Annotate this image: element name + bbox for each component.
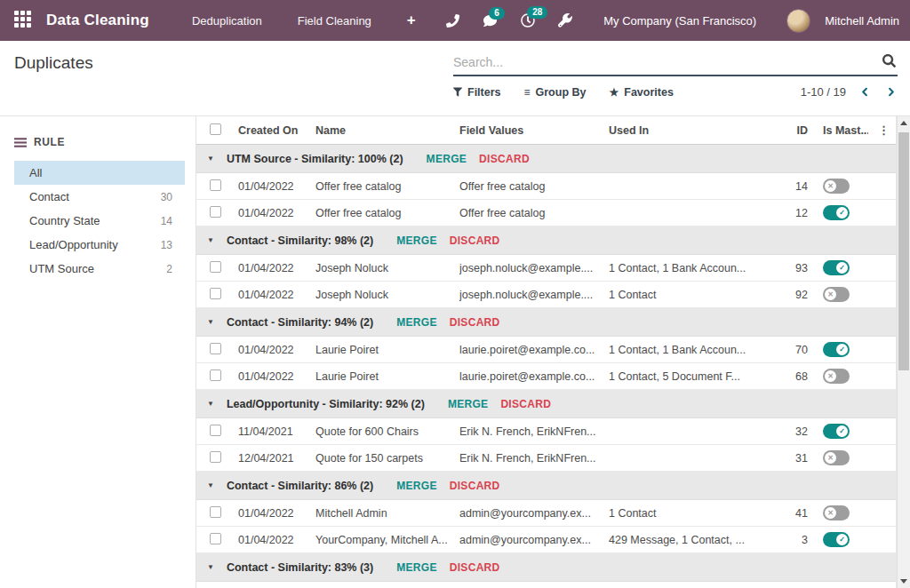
table-row[interactable]: 01/04/2022 Joseph Noluck joseph.noluck@e… (196, 255, 896, 282)
user-menu[interactable]: Mitchell Admin (825, 14, 899, 28)
pager-next-icon[interactable] (884, 84, 898, 99)
table-row[interactable]: 01/04/2022 Joseph Noluck joseph.noluck@e… (196, 282, 896, 308)
row-checkbox[interactable] (210, 425, 221, 436)
merge-button[interactable]: MERGE (396, 561, 437, 574)
discard-button[interactable]: DISCARD (500, 398, 551, 410)
row-checkbox[interactable] (210, 179, 221, 191)
user-avatar[interactable] (786, 9, 810, 33)
app-title[interactable]: Data Cleaning (46, 12, 149, 29)
filters-button[interactable]: Filters (453, 86, 501, 99)
group-header[interactable]: ▼Contact - Similarity: 86% (2)MERGEDISCA… (196, 472, 896, 500)
group-by-button[interactable]: ≡ Group By (524, 86, 587, 99)
header-created-on[interactable]: Created On (238, 124, 315, 137)
group-header[interactable]: ▼UTM Source - Similarity: 100% (2)MERGED… (196, 145, 896, 173)
merge-button[interactable]: MERGE (448, 398, 489, 410)
phone-icon[interactable] (438, 9, 467, 33)
table-row[interactable]: 01/04/2022 Laurie Poiret laurie.poiret@e… (196, 363, 896, 390)
table-row[interactable]: 01/04/2022 YourCompany, Mitchell A... ad… (196, 527, 896, 553)
row-checkbox[interactable] (210, 506, 221, 518)
cell-id: 93 (774, 262, 811, 274)
merge-button[interactable]: MERGE (396, 234, 437, 247)
table-row[interactable]: 11/04/2021 Quote for 600 Chairs Erik N. … (196, 418, 896, 445)
table-row[interactable]: 01/04/2022 Mitchell Admin admin@yourcomp… (196, 500, 896, 527)
caret-down-icon[interactable]: ▼ (207, 563, 214, 571)
group-header[interactable]: ▼Lead/Opportunity - Similarity: 92% (2)M… (196, 390, 896, 418)
group-label[interactable]: Lead/Opportunity - Similarity: 92% (2) (227, 398, 425, 410)
is-master-toggle[interactable]: ✕✓ (823, 287, 850, 302)
caret-down-icon[interactable]: ▼ (207, 155, 214, 163)
header-is-master[interactable]: Is Mast... (811, 124, 868, 137)
discard-button[interactable]: DISCARD (450, 316, 500, 329)
is-master-toggle[interactable]: ✕✓ (823, 369, 850, 384)
search-icon[interactable] (875, 52, 898, 73)
scrollbar-thumb[interactable] (898, 132, 909, 370)
sidebar-item-contact[interactable]: Contact 30 (14, 185, 185, 209)
activities-clock-icon[interactable]: 28 (513, 8, 543, 33)
sidebar-item-country-state[interactable]: Country State 14 (14, 209, 185, 233)
is-master-toggle[interactable]: ✕✓ (823, 205, 850, 220)
group-header[interactable]: ▼Contact - Similarity: 98% (2)MERGEDISCA… (196, 226, 896, 255)
row-checkbox[interactable] (210, 261, 221, 273)
favorites-button[interactable]: ★ Favorites (609, 86, 673, 99)
table-row[interactable]: 12/04/2021 Quote for 150 carpets Erik N.… (196, 445, 896, 472)
row-checkbox[interactable] (210, 451, 221, 463)
header-used-in[interactable]: Used In (609, 124, 774, 137)
sidebar-item-count: 2 (166, 263, 172, 275)
is-master-toggle[interactable]: ✕✓ (823, 450, 850, 465)
group-label[interactable]: Contact - Similarity: 83% (3) (227, 561, 373, 574)
caret-down-icon[interactable]: ▼ (207, 236, 214, 244)
group-label[interactable]: UTM Source - Similarity: 100% (2) (227, 153, 403, 165)
group-header[interactable]: ▼Contact - Similarity: 83% (3)MERGEDISCA… (196, 553, 896, 582)
header-field-values[interactable]: Field Values (459, 124, 609, 137)
optional-columns-icon[interactable]: ⋮ (878, 123, 890, 137)
table-row[interactable]: 01/04/2022 Offer free catalog Offer free… (196, 173, 896, 200)
group-header[interactable]: ▼Contact - Similarity: 94% (2)MERGEDISCA… (196, 308, 896, 337)
header-id[interactable]: ID (774, 124, 811, 137)
is-master-toggle[interactable]: ✕✓ (823, 424, 850, 439)
sidebar-item-all[interactable]: All (14, 161, 185, 185)
pager-previous-icon[interactable] (858, 84, 872, 99)
caret-down-icon[interactable]: ▼ (207, 481, 214, 489)
is-master-toggle[interactable]: ✕✓ (823, 179, 850, 194)
is-master-toggle[interactable]: ✕✓ (823, 342, 850, 357)
caret-down-icon[interactable]: ▼ (207, 318, 214, 326)
apps-menu-icon[interactable] (14, 11, 34, 30)
row-checkbox[interactable] (210, 206, 221, 218)
sidebar-item-utm-source[interactable]: UTM Source 2 (14, 257, 185, 281)
group-label[interactable]: Contact - Similarity: 86% (2) (227, 480, 373, 492)
is-master-toggle[interactable]: ✕✓ (823, 260, 850, 275)
merge-button[interactable]: MERGE (396, 316, 437, 329)
discard-button[interactable]: DISCARD (479, 153, 530, 165)
discard-button[interactable]: DISCARD (450, 234, 500, 247)
merge-button[interactable]: MERGE (396, 480, 437, 492)
row-checkbox[interactable] (210, 533, 221, 544)
merge-button[interactable]: MERGE (427, 153, 467, 165)
table-row[interactable]: 01/04/2022 Offer free catalog Offer free… (196, 200, 896, 226)
select-all-checkbox[interactable] (210, 123, 221, 135)
menu-deduplication[interactable]: Deduplication (192, 14, 262, 28)
is-master-toggle[interactable]: ✕✓ (823, 505, 850, 520)
group-label[interactable]: Contact - Similarity: 94% (2) (227, 316, 373, 329)
company-switcher[interactable]: My Company (San Francisco) (603, 14, 756, 28)
scroll-down-icon[interactable] (898, 575, 910, 588)
discard-button[interactable]: DISCARD (450, 561, 500, 574)
discard-button[interactable]: DISCARD (450, 480, 500, 492)
is-master-toggle[interactable]: ✕✓ (823, 532, 850, 547)
menu-field-cleaning[interactable]: Field Cleaning (298, 14, 371, 28)
header-name[interactable]: Name (315, 124, 459, 137)
row-checkbox[interactable] (210, 288, 221, 299)
cell-name: Laurie Poiret (315, 344, 459, 356)
tools-icon[interactable] (550, 8, 580, 33)
sidebar-item-lead-opportunity[interactable]: Lead/Opportunity 13 (14, 233, 185, 257)
x-icon: ✕ (827, 290, 834, 298)
caret-down-icon[interactable]: ▼ (207, 400, 214, 408)
table-row[interactable]: 01/04/2022 Laurie Poiret laurie.poiret@e… (196, 337, 896, 363)
group-label[interactable]: Contact - Similarity: 98% (2) (227, 234, 373, 247)
search-input[interactable] (453, 55, 875, 69)
add-menu-button[interactable]: + (407, 12, 416, 29)
row-checkbox[interactable] (210, 343, 221, 354)
scroll-up-icon[interactable] (898, 116, 910, 130)
vertical-scrollbar[interactable] (897, 116, 910, 588)
row-checkbox[interactable] (210, 369, 221, 381)
messages-icon[interactable]: 6 (475, 9, 506, 33)
